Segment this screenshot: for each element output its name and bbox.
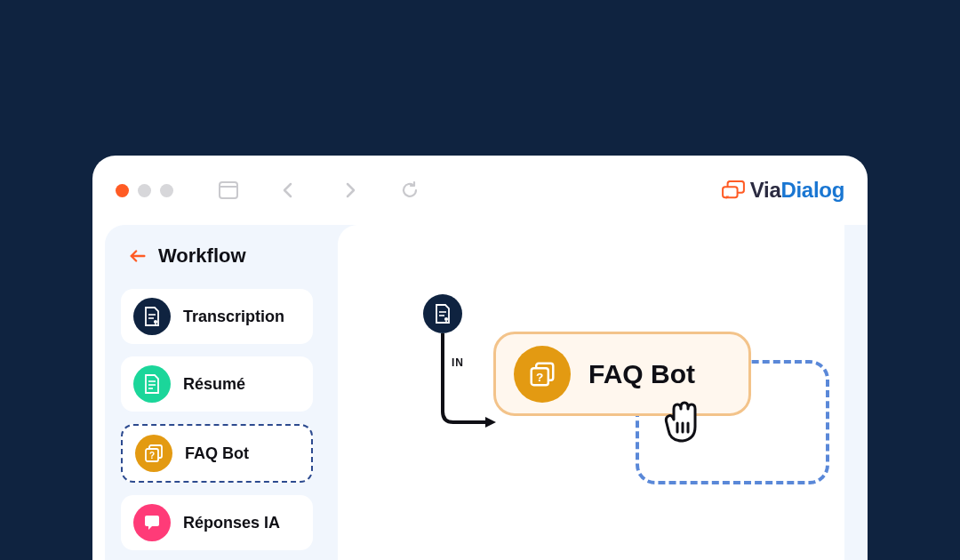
faq-icon: ? <box>514 346 571 403</box>
sidebar-item-label: Résumé <box>183 375 245 394</box>
sidebar-item-faq-bot[interactable]: ? FAQ Bot <box>121 424 313 483</box>
browser-toolbar: ViaDialog <box>92 156 868 225</box>
doc-icon <box>133 365 171 403</box>
browser-window: ViaDialog Workflow Transcription R <box>92 156 868 560</box>
minimize-dot[interactable] <box>138 184 151 197</box>
toolbar-icons <box>218 180 420 201</box>
sidebar-title: Workflow <box>158 244 246 268</box>
back-arrow-icon[interactable] <box>128 246 148 266</box>
chat-bubble-icon <box>722 180 745 200</box>
brand-text: ViaDialog <box>750 178 844 203</box>
svg-point-17 <box>444 317 448 321</box>
sidebar-item-label: Transcription <box>183 308 284 326</box>
doc-mic-icon <box>434 304 452 324</box>
svg-text:?: ? <box>149 451 155 460</box>
traffic-lights <box>116 184 173 197</box>
svg-rect-3 <box>723 187 738 197</box>
sidebar-item-resume[interactable]: Résumé <box>121 356 313 412</box>
dragging-node[interactable]: ? FAQ Bot <box>493 332 751 416</box>
doc-mic-icon <box>133 298 171 335</box>
window-icon[interactable] <box>218 180 239 201</box>
workflow-sidebar: Workflow Transcription Résumé ? FAQ Bot <box>121 244 320 550</box>
maximize-dot[interactable] <box>160 184 173 197</box>
sidebar-item-transcription[interactable]: Transcription <box>121 289 313 344</box>
sidebar-item-label: FAQ Bot <box>185 444 249 463</box>
back-icon[interactable] <box>278 180 300 201</box>
svg-rect-0 <box>220 182 237 198</box>
port-in-label: IN <box>452 356 464 369</box>
node-label: FAQ Bot <box>588 359 695 389</box>
refresh-icon[interactable] <box>399 180 420 201</box>
sidebar-item-reponses-ia[interactable]: Réponses IA <box>121 495 313 550</box>
edge-line <box>441 333 498 429</box>
workflow-canvas[interactable]: IN ? FAQ Bot <box>338 225 844 560</box>
start-node[interactable] <box>423 294 462 333</box>
svg-text:?: ? <box>536 371 543 384</box>
grab-cursor-icon <box>658 396 708 446</box>
close-dot[interactable] <box>116 184 129 197</box>
brand-logo: ViaDialog <box>722 178 844 203</box>
faq-icon: ? <box>135 435 172 472</box>
forward-icon[interactable] <box>339 180 360 201</box>
sidebar-header: Workflow <box>128 244 320 268</box>
sidebar-item-label: Réponses IA <box>183 514 280 532</box>
svg-point-6 <box>154 320 157 324</box>
content-area: Workflow Transcription Résumé ? FAQ Bot <box>105 225 868 560</box>
chat-icon <box>133 504 171 541</box>
